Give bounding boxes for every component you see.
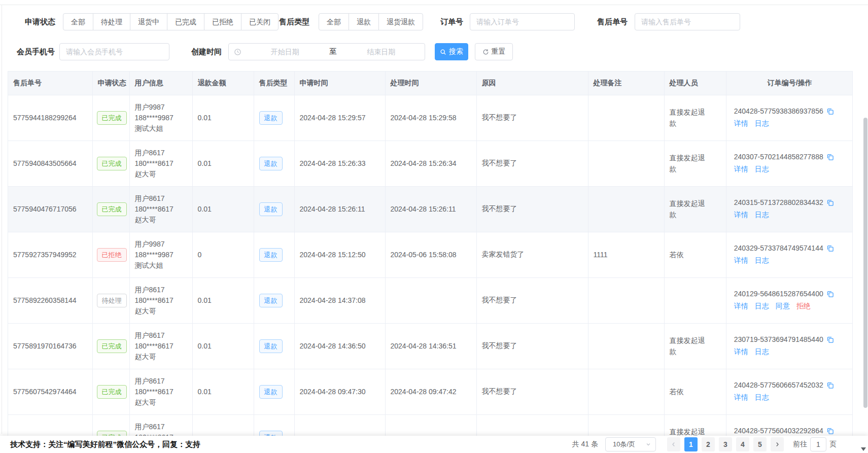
action-link[interactable]: 详情 <box>734 302 748 311</box>
filter-option[interactable]: 退货中 <box>130 13 167 30</box>
action-link[interactable]: 详情 <box>734 211 748 220</box>
remark-cell: 1111 <box>594 251 608 259</box>
reason-cell: 我不想要了 <box>482 341 517 350</box>
filter-option[interactable]: 退货退款 <box>378 13 423 30</box>
apply-status-label: 申请状态 <box>25 13 55 30</box>
copy-icon[interactable] <box>826 427 834 435</box>
action-link[interactable]: 日志 <box>755 302 769 311</box>
pagination: 共 41 条 10条/页 12345 前往 页 <box>572 436 837 453</box>
scroll-corner-arrow[interactable] <box>861 447 866 451</box>
column-header: 原因 <box>476 72 588 95</box>
action-links: 详情日志 <box>734 347 846 357</box>
search-button-label: 搜索 <box>449 47 463 56</box>
filter-option[interactable]: 全部 <box>319 13 349 30</box>
column-header: 售后类型 <box>254 72 294 95</box>
order-no-text: 240315-5713728802834432 <box>734 198 823 206</box>
search-icon <box>440 49 446 55</box>
aftersale-no-cell: 5775940476717056 <box>13 205 77 213</box>
status-badge: 已完成 <box>97 202 127 216</box>
page-button-5[interactable]: 5 <box>753 437 767 451</box>
next-page-button[interactable] <box>771 437 784 451</box>
user-info-line: 用户8617 <box>135 330 187 341</box>
user-info-cell: 用户8617180****8617 <box>129 414 192 436</box>
copy-icon[interactable] <box>826 108 834 115</box>
copy-icon[interactable] <box>826 336 834 343</box>
search-button[interactable]: 搜索 <box>435 43 468 60</box>
apply-time-cell: 2024-04-28 15:12:50 <box>300 251 366 259</box>
copy-icon[interactable] <box>826 381 834 389</box>
reset-button[interactable]: 重置 <box>475 43 513 60</box>
filter-option[interactable]: 待处理 <box>93 13 130 30</box>
refund-amount-cell: 0 <box>198 251 202 259</box>
action-link[interactable]: 同意 <box>776 302 790 311</box>
column-header: 申请状态 <box>92 72 129 95</box>
handler-cell: 直接发起退款 <box>670 335 711 357</box>
filter-option[interactable]: 退款 <box>349 13 379 30</box>
column-header: 处理备注 <box>588 72 664 95</box>
order-operations: 240307-5702144858277888 详情日志 <box>734 153 846 174</box>
action-links: 详情日志同意拒绝 <box>734 302 846 311</box>
action-link[interactable]: 日志 <box>755 347 769 357</box>
status-badge: 已完成 <box>97 339 127 353</box>
action-link[interactable]: 日志 <box>755 211 769 220</box>
action-links: 详情日志 <box>734 165 846 174</box>
order-no-input[interactable] <box>470 13 575 30</box>
copy-icon[interactable] <box>826 245 834 252</box>
action-link[interactable]: 日志 <box>755 165 769 174</box>
copy-icon[interactable] <box>826 290 834 298</box>
user-info-line: 188****9987 <box>135 250 187 260</box>
filter-option[interactable]: 已拒绝 <box>204 13 241 30</box>
apply-time-cell: 2024-04-28 15:26:11 <box>300 205 365 213</box>
table-row: 已完成 用户8617180****8617 退款 直接发起退款 240428-5… <box>8 414 853 436</box>
support-text: 技术支持：关注“编写美好前程”微信公众号，回复：支持 <box>10 440 200 449</box>
user-info-line: 赵大哥 <box>135 306 187 317</box>
order-no-text: 240428-5775606657452032 <box>734 381 823 389</box>
date-separator: 至 <box>329 47 338 56</box>
page-button-2[interactable]: 2 <box>702 437 715 451</box>
action-link[interactable]: 详情 <box>734 165 748 174</box>
action-link[interactable]: 日志 <box>755 256 769 265</box>
user-info-cell: 用户8617180****8617赵大哥 <box>129 186 192 232</box>
action-link[interactable]: 日志 <box>755 119 769 128</box>
type-badge: 退款 <box>259 385 283 399</box>
member-phone-input[interactable] <box>59 43 169 60</box>
type-badge: 退款 <box>259 157 283 170</box>
filter-option[interactable]: 已完成 <box>167 13 204 30</box>
status-badge: 已拒绝 <box>97 248 127 262</box>
goto-page-input[interactable] <box>810 437 826 451</box>
handler-cell: 直接发起退款 <box>670 107 711 129</box>
vertical-scrollbar[interactable] <box>863 118 867 408</box>
table-row: 5775927357949952 已拒绝 用户9987188****9987测试… <box>8 232 853 277</box>
user-info-cell: 用户9987188****9987测试大姐 <box>129 232 192 277</box>
user-info-cell: 用户8617180****8617赵大哥 <box>129 277 192 323</box>
page-size-select[interactable]: 10条/页 <box>605 437 656 451</box>
order-operations: 240428-5775606657452032 详情日志 <box>734 381 846 402</box>
column-header: 退款金额 <box>192 72 254 95</box>
page-button-3[interactable]: 3 <box>719 437 732 451</box>
page-button-1[interactable]: 1 <box>684 437 698 451</box>
action-link[interactable]: 拒绝 <box>796 302 811 311</box>
type-badge: 退款 <box>259 202 283 216</box>
filter-option[interactable]: 全部 <box>63 13 93 30</box>
aftersale-no-cell: 5775940843505664 <box>13 159 77 167</box>
copy-icon[interactable] <box>826 199 834 206</box>
filter-panel: 申请状态 全部待处理退货中已完成已拒绝已关闭 售后类型 全部退款退货退款 订单号… <box>0 0 868 71</box>
copy-icon[interactable] <box>826 153 834 161</box>
column-header: 售后单号 <box>8 72 92 95</box>
action-link[interactable]: 详情 <box>734 393 748 402</box>
action-link[interactable]: 详情 <box>734 119 748 128</box>
end-date-input[interactable] <box>338 48 425 56</box>
order-operations: 240329-5733784749574144 详情日志 <box>734 244 846 265</box>
aftersale-no-label: 售后单号 <box>597 13 628 30</box>
action-link[interactable]: 详情 <box>734 347 748 357</box>
action-link[interactable]: 详情 <box>734 256 748 265</box>
prev-page-button[interactable] <box>667 437 680 451</box>
create-time-range[interactable]: 至 <box>228 43 425 60</box>
order-operations: 230719-5373694791485440 详情日志 <box>734 335 846 357</box>
action-link[interactable]: 日志 <box>755 393 769 402</box>
page-button-4[interactable]: 4 <box>736 437 749 451</box>
reason-cell: 卖家发错货了 <box>482 250 525 258</box>
start-date-input[interactable] <box>241 48 329 56</box>
filter-option[interactable]: 已关闭 <box>241 13 279 30</box>
aftersale-no-input[interactable] <box>635 13 740 30</box>
